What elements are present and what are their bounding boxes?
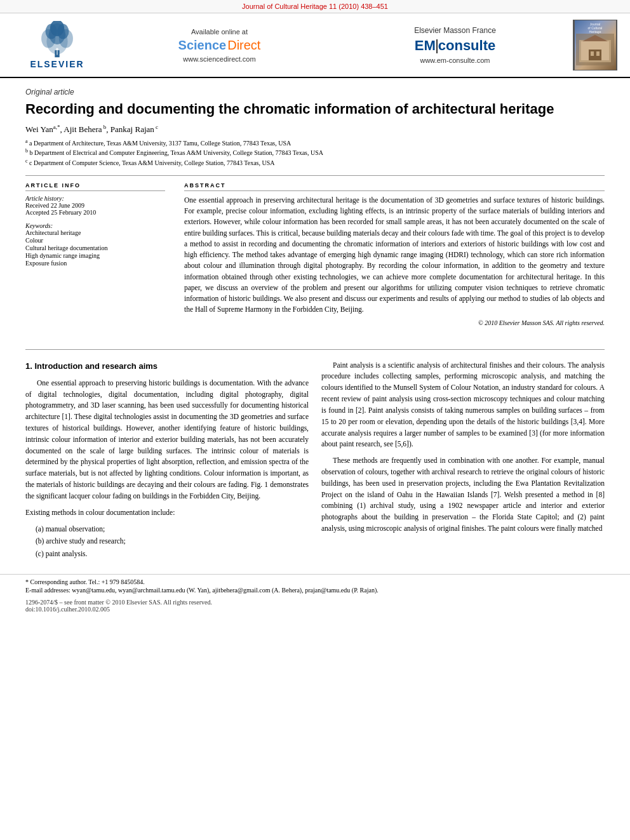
body-col-left: 1. Introduction and research aims One es… xyxy=(25,360,309,561)
aff-sup-a: a xyxy=(25,138,28,144)
received-date: Received 22 June 2009 xyxy=(25,202,165,209)
page: Journal of Cultural Heritage 11 (2010) 4… xyxy=(0,0,630,840)
author-pankaj-rajan: Pankaj Rajan xyxy=(111,124,154,134)
keywords-label: Keywords: xyxy=(25,222,165,229)
emconsulte-section: Elsevier Masson France EMconsulte www.em… xyxy=(337,26,573,64)
abstract-col: ABSTRACT One essential approach in prese… xyxy=(184,182,605,326)
body-para-3: Paint analysis is a scientific analysis … xyxy=(321,360,605,451)
abstract-label: ABSTRACT xyxy=(184,182,605,191)
issn-line: 1296-2074/$ – see front matter © 2010 El… xyxy=(25,599,605,606)
aff-b-text: b Department of Electrical and Computer … xyxy=(30,150,324,157)
available-online-text: Available online at xyxy=(191,28,248,36)
journal-title: Journal of Cultural Heritage 11 (2010) 4… xyxy=(242,3,388,10)
svg-rect-15 xyxy=(596,51,600,56)
journal-cover-image: Journalof CulturalHeritage xyxy=(575,20,616,70)
body-para-1: One essential approach to preserving his… xyxy=(25,378,309,502)
email-label: E-mail addresses: xyxy=(25,587,70,594)
elsevier-logo: ELSEVIER xyxy=(13,21,102,69)
journal-cover-art xyxy=(576,34,614,65)
author-sup-c: c xyxy=(154,124,158,130)
keyword-2: Colour xyxy=(25,237,165,244)
svg-rect-14 xyxy=(591,51,594,56)
section-divider xyxy=(25,349,605,350)
aff-sup-b: b xyxy=(25,148,28,154)
em-consulte-logo: EMconsulte xyxy=(415,37,495,54)
sciencedirect-section: Available online at ScienceDirect www.sc… xyxy=(102,28,337,63)
abstract-text: One essential approach in preserving arc… xyxy=(184,195,605,316)
aff-a-text: a Department of Architecture, Texas A&M … xyxy=(29,140,291,147)
author-wei-yan: Wei Yan xyxy=(25,124,53,134)
affiliation-a: a a Department of Architecture, Texas A&… xyxy=(25,138,605,147)
em-text: EM xyxy=(415,37,436,53)
footnote-corresponding: * Corresponding author. Tel.: +1 979 845… xyxy=(25,578,605,585)
article-title: Recording and documenting the chromatic … xyxy=(25,100,605,119)
header-logos: ELSEVIER Available online at ScienceDire… xyxy=(0,13,630,78)
keyword-3: Cultural heritage documentation xyxy=(25,244,165,251)
sciencedirect-url: www.sciencedirect.com xyxy=(183,55,255,63)
doi-line: doi:10.1016/j.culher.2010.02.005 xyxy=(25,606,605,613)
article-info-col: ARTICLE INFO Article history: Received 2… xyxy=(25,182,165,326)
section1-heading: 1. Introduction and research aims xyxy=(25,360,309,373)
body-para-2: Existing methods in colour documentation… xyxy=(25,507,309,519)
keyword-5: Exposure fusion xyxy=(25,260,165,267)
author-sup-b: b xyxy=(102,124,107,130)
list-item-c: (c) paint analysis. xyxy=(36,549,309,560)
article-history: Article history: Received 22 June 2009 A… xyxy=(25,195,165,216)
email-addresses: wyan@tamu.edu, wyan@archmail.tamu.edu (W… xyxy=(72,587,378,594)
article-info-abstract: ARTICLE INFO Article history: Received 2… xyxy=(25,175,605,326)
footnotes-area: * Corresponding author. Tel.: +1 979 845… xyxy=(0,574,630,613)
svg-point-8 xyxy=(56,48,58,50)
footnote-issn: 1296-2074/$ – see front matter © 2010 El… xyxy=(25,599,605,613)
article-info-label: ARTICLE INFO xyxy=(25,182,165,191)
sd-direct-text: Direct xyxy=(227,38,260,53)
aff-sup-c: c xyxy=(25,158,28,164)
list-item-a: (a) manual observation; xyxy=(36,524,309,535)
copyright-text: © 2010 Elsevier Masson SAS. All rights r… xyxy=(184,319,605,326)
journal-thumbnail: Journalof CulturalHeritage xyxy=(573,20,617,70)
keywords-list: Architectural heritage Colour Cultural h… xyxy=(25,229,165,267)
body-col-right: Paint analysis is a scientific analysis … xyxy=(321,360,605,561)
author-ajit-behera: Ajit Behera xyxy=(64,124,102,134)
journal-cover-title: Journalof CulturalHeritage xyxy=(588,22,603,34)
accepted-date: Accepted 25 February 2010 xyxy=(25,209,165,216)
article-history-label: Article history: xyxy=(25,195,165,202)
affiliation-c: c c Department of Computer Science, Texa… xyxy=(25,158,605,166)
elsevier-tree-icon xyxy=(32,21,83,59)
authors-line: Wei Yana,*, Ajit Behera b, Pankaj Rajan … xyxy=(25,124,605,135)
article-type: Original article xyxy=(25,88,605,97)
aff-c-text: c Department of Computer Science, Texas … xyxy=(29,159,274,166)
journal-header-bar: Journal of Cultural Heritage 11 (2010) 4… xyxy=(0,0,630,13)
keywords-section: Keywords: Architectural heritage Colour … xyxy=(25,222,165,267)
keyword-4: High dynamic range imaging xyxy=(25,252,165,259)
body-content: 1. Introduction and research aims One es… xyxy=(0,360,630,561)
body-para-4: These methods are frequently used in com… xyxy=(321,455,605,535)
sd-science-text: Science xyxy=(178,38,227,53)
article-content: Original article Recording and documenti… xyxy=(0,78,630,339)
emconsulte-url: www.em-consulte.com xyxy=(420,57,490,64)
elsevier-masson-text: Elsevier Masson France xyxy=(414,26,496,35)
consulte-text: consulte xyxy=(438,37,495,53)
elsevier-wordmark: ELSEVIER xyxy=(30,59,84,69)
list-item-b: (b) archive study and research; xyxy=(36,536,309,547)
keyword-1: Architectural heritage xyxy=(25,229,165,236)
em-pipe-icon xyxy=(436,39,438,53)
affiliation-b: b b Department of Electrical and Compute… xyxy=(25,148,605,156)
author-sup-a: a,* xyxy=(53,124,60,130)
footnote-emails: E-mail addresses: wyan@tamu.edu, wyan@ar… xyxy=(25,587,605,594)
sciencedirect-logo: ScienceDirect xyxy=(178,38,261,53)
